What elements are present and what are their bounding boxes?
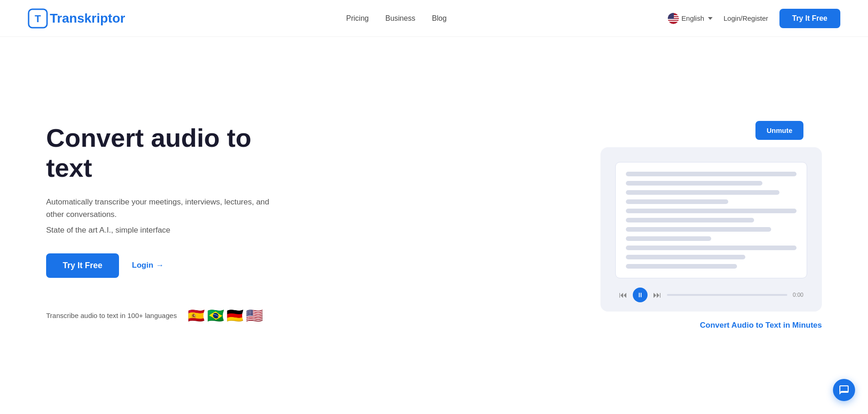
logo-link[interactable]: T Transkriptor [28,8,125,29]
transcript-line [626,190,779,195]
card-caption: Convert Audio to Text in Minutes [700,321,822,330]
try-free-hero-button[interactable]: Try It Free [46,253,119,278]
transcript-line [626,209,797,213]
nav-business[interactable]: Business [385,14,415,22]
login-arrow-icon: → [156,261,164,270]
nav-blog[interactable]: Blog [432,14,446,22]
svg-rect-4 [668,19,679,20]
player-time: 0:00 [793,292,803,298]
forward-icon[interactable]: ⏭ [653,290,661,300]
hero-languages: Transcribe audio to text in 100+ languag… [46,304,286,328]
language-label: English [682,14,704,22]
hero-right: Unmute ⏮ ⏸ ⏭ [554,121,822,330]
language-chevron-icon [708,17,713,20]
hero-buttons: Try It Free Login → [46,253,286,278]
transcript-line [626,172,797,176]
nav-links: Pricing Business Blog [346,14,447,23]
svg-text:T: T [35,13,41,24]
transcript-line [626,199,728,204]
hero-subtitle2: State of the art A.I., simple interface [46,226,286,235]
rewind-icon[interactable]: ⏮ [619,290,627,300]
hero-section: Convert audio to text Automatically tran… [0,37,868,414]
nav-pricing[interactable]: Pricing [346,14,369,22]
flag-stack: 🇪🇸 🇧🇷 🇩🇪 🇺🇸 [184,304,266,328]
login-register-link[interactable]: Login/Register [724,14,768,22]
video-card: ⏮ ⏸ ⏭ 0:00 [600,147,822,312]
login-hero-link[interactable]: Login → [132,261,164,270]
player-controls: ⏮ ⏸ ⏭ 0:00 [615,288,807,302]
unmute-button[interactable]: Unmute [755,121,803,140]
hero-title: Convert audio to text [46,123,286,183]
progress-bar[interactable] [667,294,787,296]
hero-subtitle1: Automatically transcribe your meetings, … [46,196,286,221]
transcript-line [626,246,797,250]
chat-icon [838,384,850,396]
transcript-line [626,255,745,259]
logo-icon: T [28,8,48,29]
try-free-nav-button[interactable]: Try It Free [779,9,840,28]
flag-usa: 🇺🇸 [242,304,266,328]
transcript-area [615,162,807,278]
chat-bubble-button[interactable] [833,379,855,401]
language-selector[interactable]: English [668,13,713,24]
transcript-line [626,264,737,269]
transcript-line [626,227,771,232]
hero-left: Convert audio to text Automatically tran… [46,123,286,327]
transcript-line [626,218,754,222]
transcript-line [626,236,711,241]
play-button[interactable]: ⏸ [633,288,648,302]
login-hero-label: Login [132,261,153,270]
us-flag-icon [668,13,679,24]
logo-text: Transkriptor [50,11,125,26]
transcript-line [626,181,762,186]
languages-text: Transcribe audio to text in 100+ languag… [46,312,177,319]
svg-rect-6 [668,21,679,22]
svg-rect-7 [668,13,674,19]
nav-right: English Login/Register Try It Free [668,9,840,28]
pause-icon: ⏸ [637,291,643,299]
navbar: T Transkriptor Pricing Business Blog Eng… [0,0,868,37]
